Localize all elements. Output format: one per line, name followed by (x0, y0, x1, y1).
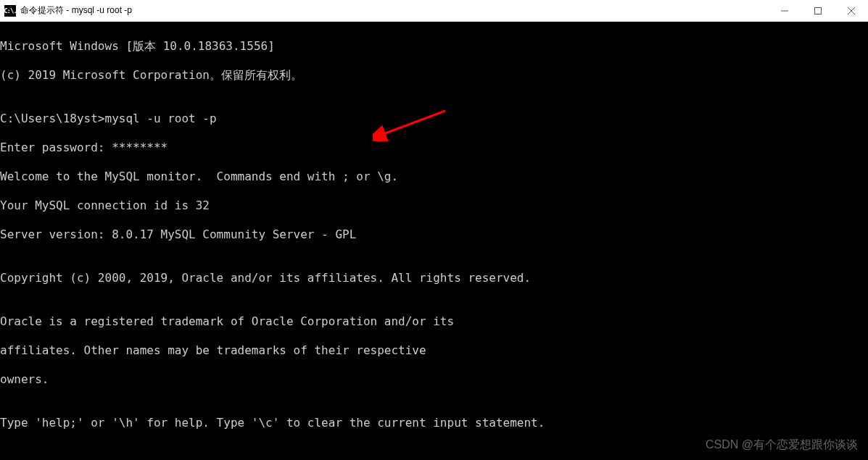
window-controls (768, 0, 868, 21)
window-title: 命令提示符 - mysql -u root -p (20, 4, 132, 17)
titlebar-left: C:\. 命令提示符 - mysql -u root -p (4, 4, 132, 17)
maximize-icon (814, 7, 822, 14)
svg-rect-1 (815, 7, 822, 14)
terminal-line: Enter password: ******** (0, 141, 868, 155)
terminal-line: Type 'help;' or '\h' for help. Type '\c'… (0, 416, 868, 430)
close-button[interactable] (835, 0, 868, 21)
close-icon (848, 7, 855, 14)
watermark: CSDN @有个恋爱想跟你谈谈 (706, 438, 858, 453)
terminal-line: affiliates. Other names may be trademark… (0, 343, 868, 358)
terminal-line: Server version: 8.0.17 MySQL Community S… (0, 227, 868, 242)
minimize-icon (781, 7, 788, 14)
cmd-icon: C:\. (4, 5, 16, 17)
terminal-output[interactable]: Microsoft Windows [版本 10.0.18363.1556] (… (0, 22, 868, 460)
terminal-line: Microsoft Windows [版本 10.0.18363.1556] (0, 39, 868, 54)
terminal-line: Your MySQL connection id is 32 (0, 198, 868, 213)
terminal-line: Copyright (c) 2000, 2019, Oracle and/or … (0, 271, 868, 285)
terminal-line: (c) 2019 Microsoft Corporation。保留所有权利。 (0, 68, 868, 83)
terminal-line: Welcome to the MySQL monitor. Commands e… (0, 170, 868, 184)
window-titlebar: C:\. 命令提示符 - mysql -u root -p (0, 0, 868, 22)
minimize-button[interactable] (768, 0, 801, 21)
terminal-line: C:\Users\18yst>mysql -u root -p (0, 112, 868, 126)
terminal-line: Oracle is a registered trademark of Orac… (0, 314, 868, 329)
terminal-line: owners. (0, 372, 868, 387)
maximize-button[interactable] (801, 0, 835, 21)
